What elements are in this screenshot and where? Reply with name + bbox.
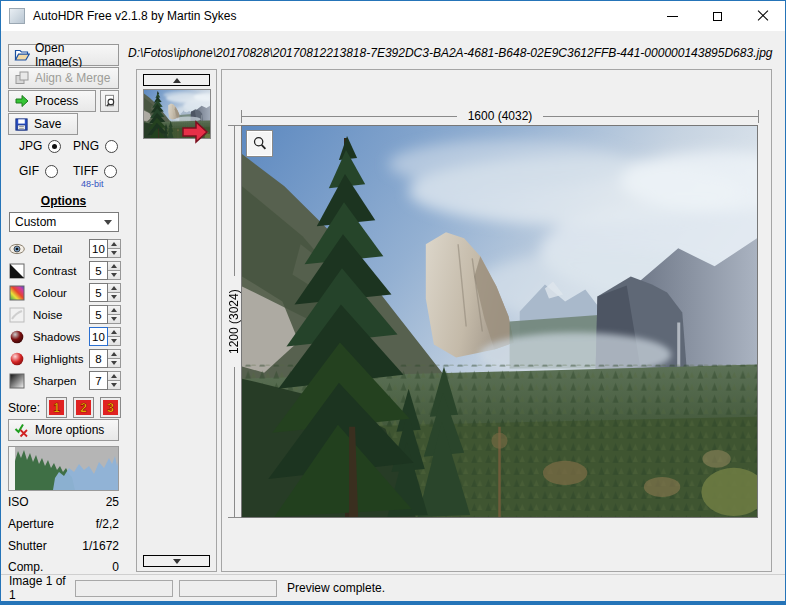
minimize-icon	[667, 16, 678, 17]
store-slot-1-number: 1	[49, 400, 64, 415]
exif-aperture-label: Aperture	[8, 517, 54, 531]
contrast-value[interactable]: 5	[89, 261, 108, 280]
sharpen-value[interactable]: 7	[89, 371, 108, 390]
shadows-spin-down[interactable]	[108, 337, 121, 346]
preview-button[interactable]	[100, 90, 119, 112]
open-folder-icon	[14, 47, 30, 63]
adjustment-row-detail: Detail 10	[9, 239, 121, 259]
colour-spin-up[interactable]	[108, 283, 121, 293]
format-jpg-label: JPG	[19, 139, 42, 153]
noise-value[interactable]: 5	[89, 305, 108, 324]
adjustment-row-noise: Noise 5	[9, 305, 121, 325]
noise-spin-up[interactable]	[108, 305, 121, 315]
exif-row-shutter: Shutter 1/1672	[8, 539, 119, 553]
status-bar: Image 1 of 1 Preview complete.	[1, 574, 785, 601]
open-images-button[interactable]: Open Image(s)	[8, 44, 119, 66]
noise-spin-down[interactable]	[108, 315, 121, 324]
progress-bar-2	[179, 580, 277, 597]
sharpen-label: Sharpen	[33, 375, 76, 387]
preview-magnifier-icon	[103, 94, 117, 108]
shadows-sphere-icon	[9, 329, 25, 345]
close-button[interactable]	[740, 1, 785, 31]
process-label: Process	[35, 94, 78, 108]
contrast-icon	[9, 263, 25, 279]
store-slot-1-button[interactable]: 1	[46, 397, 67, 418]
check-x-icon	[14, 422, 30, 438]
format-gif-radio[interactable]	[45, 165, 58, 178]
colour-spin-down[interactable]	[108, 293, 121, 302]
detail-spin-up[interactable]	[108, 239, 121, 249]
maximize-button[interactable]	[695, 1, 740, 31]
preview-image[interactable]	[241, 125, 758, 518]
store-slot-2-number: 2	[76, 400, 91, 415]
adjustment-row-contrast: Contrast 5	[9, 261, 121, 281]
save-label: Save	[34, 117, 61, 131]
preset-dropdown[interactable]: Custom	[9, 212, 119, 232]
sharpen-gradient-icon	[9, 373, 25, 389]
process-button[interactable]: Process	[8, 90, 96, 112]
chevron-down-icon	[104, 220, 112, 225]
thumbnail-scroll-up-button[interactable]	[143, 74, 210, 86]
sharpen-spin-up[interactable]	[108, 371, 121, 381]
highlights-spin-up[interactable]	[108, 349, 121, 359]
options-heading: Options	[8, 194, 119, 208]
noise-icon	[9, 307, 25, 323]
exif-iso-label: ISO	[8, 495, 29, 509]
close-icon	[757, 10, 769, 22]
align-merge-button[interactable]: Align & Merge	[8, 67, 119, 89]
colour-value[interactable]: 5	[89, 283, 108, 302]
format-gif-label: GIF	[19, 164, 39, 178]
format-png-radio[interactable]	[105, 140, 118, 153]
contrast-spin-up[interactable]	[108, 261, 121, 271]
noise-label: Noise	[33, 309, 62, 321]
format-jpg-radio[interactable]	[48, 140, 61, 153]
shadows-value[interactable]: 10	[89, 327, 108, 346]
contrast-spin-down[interactable]	[108, 271, 121, 280]
open-images-label: Open Image(s)	[35, 41, 113, 69]
exif-comp-label: Comp.	[8, 560, 43, 574]
detail-eye-icon	[9, 241, 25, 257]
tiff-48bit-note: 48-bit	[81, 179, 104, 189]
highlights-spin-down[interactable]	[108, 359, 121, 368]
adjustment-row-colour: Colour 5	[9, 283, 121, 303]
store-slot-3-button[interactable]: 3	[100, 397, 121, 418]
minimize-button[interactable]	[650, 1, 695, 31]
shadows-label: Shadows	[33, 331, 80, 343]
sharpen-spin-down[interactable]	[108, 381, 121, 390]
save-floppy-icon	[14, 117, 29, 132]
store-slot-2-button[interactable]: 2	[73, 397, 94, 418]
adjustment-row-highlights: Highlights 8	[9, 349, 121, 369]
save-button[interactable]: Save	[8, 113, 78, 135]
exif-iso-value: 25	[106, 495, 119, 509]
exif-aperture-value: f/2,2	[96, 517, 119, 531]
detail-value[interactable]: 10	[89, 239, 108, 258]
exif-shutter-label: Shutter	[8, 539, 47, 553]
more-options-button[interactable]: More options	[8, 419, 119, 441]
store-slot-3-number: 3	[103, 400, 118, 415]
colour-rainbow-icon	[9, 285, 25, 301]
exif-row-iso: ISO 25	[8, 495, 119, 509]
store-label: Store:	[8, 401, 40, 415]
exif-comp-value: 0	[112, 560, 119, 574]
exif-row-comp: Comp. 0	[8, 560, 119, 574]
image-counter: Image 1 of 1	[9, 574, 75, 602]
window-title: AutoHDR Free v2.1.8 by Martin Sykes	[33, 9, 236, 23]
detail-spin-down[interactable]	[108, 249, 121, 258]
height-ruler: 1200 (3024)	[227, 125, 241, 518]
shadows-spin-up[interactable]	[108, 327, 121, 337]
app-window: AutoHDR Free v2.1.8 by Martin Sykes D:\F…	[0, 0, 786, 605]
highlights-value[interactable]: 8	[89, 349, 108, 368]
width-ruler: 1600 (4032)	[241, 110, 759, 123]
zoom-button[interactable]	[246, 130, 273, 157]
adjustment-row-shadows: Shadows 10	[9, 327, 121, 347]
highlights-label: Highlights	[33, 353, 84, 365]
maximize-icon	[713, 12, 722, 21]
format-tiff-radio[interactable]	[104, 165, 117, 178]
thumbnail-scroll-down-button[interactable]	[143, 555, 210, 567]
progress-bar-1	[75, 580, 173, 597]
adjustment-row-sharpen: Sharpen 7	[9, 371, 121, 391]
magnifier-icon	[251, 135, 269, 153]
exif-shutter-value: 1/1672	[82, 539, 119, 553]
exif-row-aperture: Aperture f/2,2	[8, 517, 119, 531]
colour-label: Colour	[33, 287, 67, 299]
